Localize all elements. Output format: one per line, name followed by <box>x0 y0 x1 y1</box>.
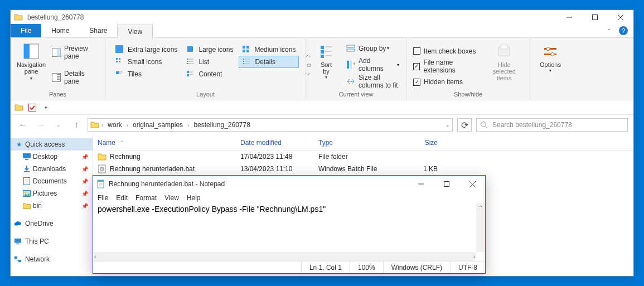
svg-rect-17 <box>246 50 249 52</box>
sidebar-item-bin[interactable]: bin📌 <box>11 200 93 212</box>
layout-content[interactable]: Content <box>183 68 236 80</box>
file-row[interactable]: Rechnung17/04/2023 11:48File folder <box>93 151 633 163</box>
file-type: File folder <box>314 153 403 161</box>
svg-rect-36 <box>119 73 122 74</box>
svg-point-77 <box>101 168 103 169</box>
sidebar-item-downloads[interactable]: Downloads📌 <box>11 163 93 175</box>
sort-by-button[interactable]: Sort by▾ <box>311 40 342 90</box>
column-name[interactable]: Name⌃ <box>93 139 236 147</box>
svg-rect-33 <box>245 63 250 64</box>
scroll-left-icon[interactable]: ‹ <box>94 254 96 260</box>
scroll-right-icon[interactable]: › <box>473 254 475 260</box>
add-columns-button[interactable]: +Add columns ▾ <box>344 59 401 71</box>
file-date: 17/04/2023 11:48 <box>236 153 314 161</box>
svg-rect-41 <box>190 74 193 75</box>
qat-dropdown-icon[interactable]: ▾ <box>41 103 51 113</box>
layout-details[interactable]: Details <box>239 56 299 68</box>
chevron-right-icon[interactable]: › <box>187 122 189 128</box>
column-type[interactable]: Type <box>314 139 403 147</box>
sidebar-onedrive[interactable]: OneDrive <box>11 217 93 230</box>
svg-rect-19 <box>119 58 120 60</box>
group-label-layout: Layout <box>110 90 301 100</box>
tab-file[interactable]: File <box>11 24 41 37</box>
svg-rect-26 <box>187 63 188 64</box>
notepad-menu-file[interactable]: File <box>98 194 108 202</box>
search-input[interactable]: Search bestellung_260778 <box>476 118 628 132</box>
tab-home[interactable]: Home <box>41 24 79 37</box>
layout-small-icons[interactable]: Small icons <box>112 56 181 68</box>
sidebar-quick-access[interactable]: ★ Quick access <box>11 138 93 151</box>
collapse-ribbon-icon[interactable]: ⌃ <box>607 28 611 34</box>
notepad-menu-format[interactable]: Format <box>135 194 157 202</box>
layout-list[interactable]: List <box>183 56 236 68</box>
column-size[interactable]: Size <box>403 139 442 147</box>
file-row[interactable]: Rechnung herunterladen.bat13/04/2023 11:… <box>93 163 633 175</box>
vertical-scrollbar[interactable]: ⌃ <box>476 203 485 252</box>
horizontal-scrollbar[interactable]: ‹› <box>93 252 476 261</box>
svg-rect-49 <box>347 45 355 47</box>
maximize-button[interactable] <box>582 10 608 24</box>
address-dropdown-icon[interactable]: ⌄ <box>446 122 450 128</box>
sidebar-item-documents[interactable]: Documents📌 <box>11 175 93 187</box>
notepad-icon <box>96 180 105 188</box>
recent-dropdown-icon[interactable]: ⌄ <box>52 118 65 132</box>
column-date[interactable]: Date modified <box>236 139 314 147</box>
svg-point-59 <box>551 53 554 56</box>
notepad-titlebar[interactable]: Rechnung herunterladen.bat - Notepad <box>93 176 485 192</box>
details-pane-button[interactable]: Details pane <box>50 71 100 84</box>
layout-medium-icons[interactable]: Medium icons <box>239 43 299 56</box>
file-name-extensions-checkbox[interactable]: ✓File name extensions <box>413 60 483 72</box>
item-check-boxes-checkbox[interactable]: Item check boxes <box>413 45 483 57</box>
group-by-button[interactable]: Group by ▾ <box>344 42 401 55</box>
tab-share[interactable]: Share <box>79 24 117 37</box>
file-size: 1 KB <box>403 165 442 173</box>
forward-button[interactable]: → <box>34 118 47 132</box>
folder-icon <box>23 202 31 210</box>
sidebar-item-pictures[interactable]: Pictures📌 <box>11 187 93 200</box>
notepad-text-area[interactable]: powershell.exe -ExecutionPolicy Bypass -… <box>93 203 485 261</box>
breadcrumb-segment[interactable]: original_samples <box>130 121 185 129</box>
svg-rect-32 <box>243 63 244 64</box>
preview-pane-button[interactable]: Preview pane <box>50 46 100 59</box>
column-headers[interactable]: Name⌃ Date modified Type Size <box>93 135 633 151</box>
chevron-right-icon[interactable]: › <box>101 122 103 128</box>
up-button[interactable]: ↑ <box>70 118 83 132</box>
layout-extra-large-icons[interactable]: Extra large icons <box>112 43 181 56</box>
tab-view[interactable]: View <box>117 25 153 38</box>
titlebar[interactable]: bestellung_260778 <box>11 10 633 24</box>
refresh-button[interactable]: ⟳ <box>457 118 472 132</box>
notepad-minimize-button[interactable] <box>408 176 434 192</box>
close-button[interactable] <box>608 10 633 24</box>
back-button[interactable]: ← <box>16 118 30 132</box>
svg-rect-23 <box>189 59 193 60</box>
breadcrumb-segment[interactable]: bestellung_260778 <box>191 121 252 129</box>
sidebar-this-pc[interactable]: This PC <box>11 235 93 248</box>
properties-checkbox-icon[interactable] <box>27 103 37 113</box>
svg-rect-51 <box>347 61 349 69</box>
options-button[interactable]: Options▾ <box>535 40 566 90</box>
chevron-right-icon[interactable]: › <box>127 122 128 128</box>
sidebar-network[interactable]: Network <box>11 253 93 265</box>
notepad-close-button[interactable] <box>459 176 485 192</box>
layout-large-icons[interactable]: Large icons <box>183 43 236 56</box>
navigation-pane-button[interactable]: Navigation pane▾ <box>15 40 47 90</box>
minimize-button[interactable] <box>556 10 582 24</box>
scroll-up-icon[interactable]: ⌃ <box>478 205 483 211</box>
svg-rect-10 <box>57 76 60 77</box>
sidebar-item-desktop[interactable]: Desktop📌 <box>11 151 93 163</box>
svg-rect-38 <box>190 71 193 72</box>
breadcrumb-segment[interactable]: work <box>105 121 124 129</box>
layout-tiles[interactable]: Tiles <box>112 68 181 80</box>
notepad-menu-view[interactable]: View <box>164 194 179 202</box>
notepad-maximize-button[interactable] <box>434 176 459 192</box>
notepad-menu-edit[interactable]: Edit <box>116 194 128 202</box>
size-all-columns-button[interactable]: Size all columns to fit <box>344 75 401 88</box>
notepad-menu-help[interactable]: Help <box>187 194 201 202</box>
star-icon: ★ <box>15 140 23 148</box>
hidden-items-checkbox[interactable]: ✓Hidden items <box>413 76 483 88</box>
address-bar[interactable]: › work › original_samples › bestellung_2… <box>88 118 453 132</box>
ribbon-tabs: File Home Share View ⌃ ? <box>11 24 633 38</box>
svg-rect-46 <box>325 51 332 52</box>
help-icon[interactable]: ? <box>619 26 628 35</box>
hide-selected-items-button[interactable]: Hide selected items <box>483 40 525 90</box>
